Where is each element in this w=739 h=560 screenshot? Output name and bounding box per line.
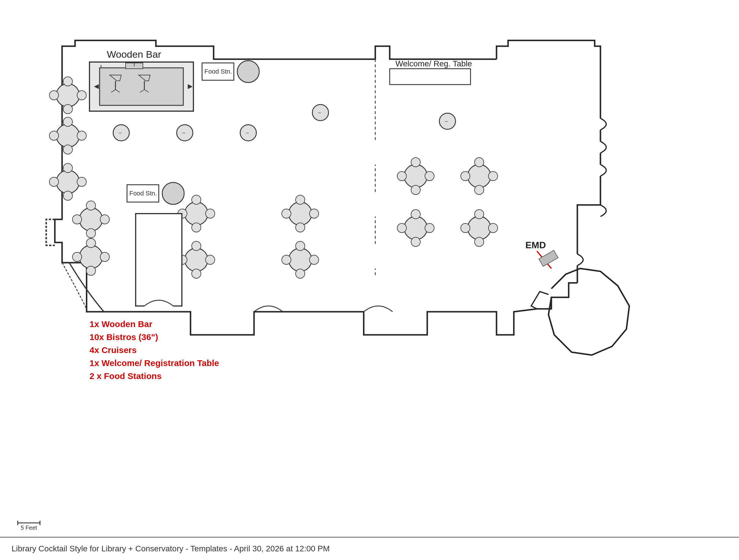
svg-point-73 (309, 209, 319, 218)
svg-point-28 (63, 105, 72, 114)
svg-text:Food Stn.: Food Stn. (129, 190, 157, 197)
scale-label: 5 Feet (17, 525, 40, 531)
svg-point-57 (72, 252, 82, 262)
svg-point-65 (192, 241, 201, 251)
svg-point-93 (425, 224, 434, 233)
svg-point-33 (63, 145, 72, 154)
svg-point-40 (77, 177, 86, 186)
cruiser-1: − (113, 125, 129, 141)
svg-point-26 (56, 84, 80, 107)
emd-marker: EMD (526, 240, 558, 268)
legend: 1x Wooden Bar 10x Bistros (36") 4x Cruis… (90, 317, 219, 383)
svg-point-66 (192, 269, 201, 278)
svg-point-94 (468, 217, 491, 240)
svg-point-29 (49, 91, 58, 100)
scale-bar: 5 Feet (17, 523, 40, 531)
svg-point-72 (282, 209, 291, 218)
svg-point-34 (49, 131, 58, 140)
svg-rect-107 (371, 193, 380, 214)
alcove (62, 263, 104, 312)
svg-rect-101 (136, 214, 182, 306)
svg-point-75 (296, 241, 305, 251)
bistro-table-2 (49, 117, 86, 154)
bistro-table-9 (282, 241, 319, 278)
svg-point-96 (475, 237, 484, 247)
svg-point-35 (77, 131, 86, 140)
svg-point-50 (86, 201, 96, 210)
svg-point-95 (475, 209, 484, 219)
floor-plan: ◄ ► Wooden Bar Food Stn. Welcome/ Reg. T… (17, 17, 722, 508)
svg-point-56 (86, 266, 96, 275)
svg-point-59 (185, 202, 208, 225)
svg-point-68 (205, 255, 215, 264)
svg-point-86 (475, 185, 484, 194)
svg-point-69 (289, 202, 312, 225)
svg-point-54 (80, 245, 103, 268)
svg-point-88 (488, 171, 498, 181)
svg-point-83 (425, 171, 434, 181)
svg-point-31 (56, 124, 80, 147)
svg-point-91 (411, 237, 420, 247)
svg-point-77 (282, 255, 291, 264)
svg-point-55 (86, 239, 96, 248)
cruiser-3: − (240, 125, 256, 141)
legend-item-2: 10x Bistros (36") (90, 330, 219, 343)
bistro-table-12 (397, 209, 434, 247)
footer-text: Library Cocktail Style for Library + Con… (12, 544, 330, 553)
svg-point-32 (63, 117, 72, 126)
svg-point-36 (56, 170, 80, 193)
svg-point-51 (86, 229, 96, 238)
bistro-table-13 (461, 209, 498, 247)
bistro-table-1 (49, 77, 86, 114)
svg-point-64 (185, 248, 208, 271)
svg-point-87 (461, 171, 470, 181)
wooden-bar-label: Wooden Bar (107, 49, 161, 60)
svg-point-76 (296, 269, 305, 278)
footer-bar: Library Cocktail Style for Library + Con… (0, 537, 739, 560)
legend-item-5: 2 x Food Stations (90, 370, 219, 383)
svg-point-21 (237, 60, 259, 83)
welcome-table-label: Welcome/ Reg. Table (396, 59, 472, 68)
svg-rect-108 (371, 245, 380, 266)
svg-point-60 (192, 195, 201, 204)
svg-point-79 (404, 164, 427, 188)
cruiser-2: − (177, 125, 193, 141)
svg-point-89 (404, 217, 427, 240)
svg-point-85 (475, 158, 484, 167)
svg-point-38 (63, 191, 72, 200)
svg-point-90 (411, 209, 420, 219)
svg-point-30 (77, 91, 86, 100)
svg-point-71 (296, 223, 305, 232)
doorways (371, 141, 380, 266)
svg-point-70 (296, 195, 305, 204)
wall-notch (46, 220, 55, 245)
svg-point-81 (411, 185, 420, 194)
cruiser-4: − (312, 105, 328, 121)
svg-text:−: − (317, 109, 321, 116)
booth-structure (136, 214, 182, 306)
svg-point-61 (192, 223, 201, 232)
food-station-1: Food Stn. (202, 60, 259, 83)
svg-rect-22 (390, 69, 470, 85)
svg-point-82 (397, 171, 407, 181)
svg-text:EMD: EMD (526, 240, 546, 250)
svg-point-52 (72, 215, 82, 224)
legend-item-4: 1x Welcome/ Registration Table (90, 357, 219, 370)
bistro-table-7 (178, 241, 215, 278)
legend-item-3: 4x Cruisers (90, 343, 219, 357)
svg-text:►: ► (186, 82, 194, 91)
svg-point-53 (100, 215, 109, 224)
svg-point-92 (397, 224, 407, 233)
svg-rect-106 (371, 141, 380, 162)
legend-item-1: 1x Wooden Bar (90, 317, 219, 330)
bistro-table-5 (72, 239, 109, 275)
svg-text:−: − (182, 129, 186, 137)
bistro-table-10 (397, 158, 434, 194)
bistro-table-6 (178, 195, 215, 232)
bistro-table-3 (49, 163, 86, 200)
svg-rect-105 (539, 250, 558, 266)
svg-point-27 (63, 77, 72, 86)
scale-line (17, 523, 40, 523)
svg-point-49 (80, 208, 103, 231)
svg-point-84 (468, 164, 491, 188)
